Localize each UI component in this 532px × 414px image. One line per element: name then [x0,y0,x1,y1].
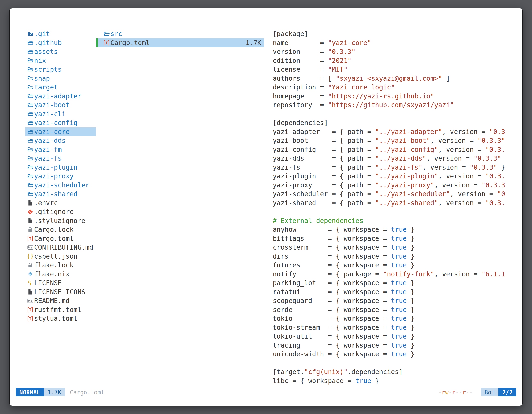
toml-icon [26,316,34,322]
entry-label: target [34,83,58,92]
preview-line: unicode-width = { workspace = true } [273,350,516,359]
folder-icon [26,84,34,90]
preview-line: futures = { workspace = true } [273,261,516,270]
file-entry-flake.nix[interactable]: ❄flake.nix [25,270,96,279]
dir-entry-src[interactable]: src [96,29,264,39]
entry-label: yazi-scheduler [34,181,89,190]
scroll-position-badge: Bot [481,388,499,396]
file-entry-stylua.toml[interactable]: stylua.toml [25,314,96,323]
gitfolder-icon [26,31,34,37]
file-entry-README.md[interactable]: README.md [25,296,96,305]
preview-line: authors = [ "sxyazi <sxyazi@gmail.com>" … [273,74,516,83]
entry-label: Cargo.lock [34,225,74,234]
folder-icon [26,75,34,81]
preview-line [273,359,516,368]
dir-entry-yazi-dds[interactable]: yazi-dds [25,136,96,145]
folder-icon [26,49,34,55]
file-entry-flake.lock[interactable]: flake.lock [25,261,96,270]
preview-line: yazi-scheduler = { path = "../yazi-sched… [273,190,516,199]
file-entry-Cargo.toml[interactable]: Cargo.toml1.7K [96,39,264,48]
file-entry-LICENSE[interactable]: LICENSE [25,279,96,288]
file-entry-cspell.json[interactable]: {}cspell.json [25,252,96,261]
dir-entry-scripts[interactable]: scripts [25,65,96,74]
dir-entry-assets[interactable]: assets [25,47,96,56]
preview-line: tokio-util = { workspace = true } [273,332,516,341]
terminal-window: .git.githubassetsnixscriptssnaptargetyaz… [9,8,523,406]
entry-size: 1.7K [246,39,264,48]
dir-entry-nix[interactable]: nix [25,56,96,65]
preview-line: yazi-proxy = { path = "../yazi-proxy", v… [273,181,516,190]
md-icon [26,298,34,304]
dir-entry-yazi-proxy[interactable]: yazi-proxy [25,172,96,181]
entry-label: yazi-shared [34,190,77,199]
dir-entry-yazi-fm[interactable]: yazi-fm [25,145,96,154]
preview-line: serde = { workspace = true } [273,305,516,314]
cursor-page-badge: 2/2 [498,388,516,396]
file-entry-Cargo.toml[interactable]: Cargo.toml [25,234,96,243]
file-entry-.envrc[interactable]: .envrc [25,199,96,208]
mode-indicator: NORMAL [16,388,44,396]
file-entry-rustfmt.toml[interactable]: rustfmt.toml [25,305,96,314]
toml-icon [26,235,34,241]
preview-line: libc = { workspace = true } [273,376,516,385]
preview-line: yazi-adapter = { path = "../yazi-adapter… [273,127,516,136]
entry-label: Cargo.toml [110,39,150,48]
folder-icon [103,31,110,37]
entry-label: flake.lock [34,261,74,270]
preview-line: [package] [273,29,516,39]
dir-entry-yazi-core[interactable]: yazi-core [25,127,96,136]
preview-line: scopeguard = { workspace = true } [273,296,516,305]
dir-entry-yazi-shared[interactable]: yazi-shared [25,190,96,199]
folder-icon [26,146,34,153]
toml-icon [26,307,34,313]
entry-label: .envrc [34,199,58,208]
dir-entry-yazi-fs[interactable]: yazi-fs [25,154,96,163]
preview-line: yazi-fs = { path = "../yazi-fs", version… [273,163,516,172]
dir-entry-yazi-boot[interactable]: yazi-boot [25,101,96,110]
entry-label: LICENSE-ICONS [34,288,85,297]
entry-label: LICENSE [34,279,62,288]
status-filename: Cargo.toml [70,388,104,396]
preview-line: crossterm = { workspace = true } [273,243,516,252]
dir-entry-snap[interactable]: snap [25,74,96,83]
dir-entry-.git[interactable]: .git [25,29,96,39]
statusbar-spacer [104,388,438,396]
entry-label: src [110,29,122,39]
folder-icon [26,191,34,197]
dir-entry-yazi-adapter[interactable]: yazi-adapter [25,92,96,101]
file-entry-.styluaignore[interactable]: .styluaignore [25,216,96,225]
entry-label: scripts [34,65,62,74]
dir-entry-target[interactable]: target [25,83,96,92]
dir-entry-yazi-scheduler[interactable]: yazi-scheduler [25,181,96,190]
file-entry-Cargo.lock[interactable]: Cargo.lock [25,225,96,234]
file-entry-CONTRIBUTING.md[interactable]: CONTRIBUTING.md [25,243,96,252]
file-size-badge: 1.7K [44,388,65,396]
folder-icon [26,93,34,99]
entry-label: yazi-fs [34,154,62,163]
dir-entry-yazi-config[interactable]: yazi-config [25,118,96,127]
entry-label: README.md [34,296,69,305]
preview-line: # External dependencies [273,216,516,225]
preview-line: anyhow = { workspace = true } [273,225,516,234]
entry-label: .git [34,29,50,39]
folder-icon [26,173,34,179]
preview-line: license = "MIT" [273,65,516,74]
entry-label: cspell.json [34,252,77,261]
lock-icon [26,227,34,233]
dir-entry-.github[interactable]: .github [25,39,96,48]
dir-entry-yazi-cli[interactable]: yazi-cli [25,110,96,119]
entry-label: nix [34,56,46,65]
file-entry-.gitignore[interactable]: .gitignore [25,207,96,216]
folder-icon [26,40,34,46]
preview-line: name = "yazi-core" [273,39,516,48]
folder-icon [26,58,34,64]
parent-pane: .git.githubassetsnixscriptssnaptargetyaz… [25,29,96,323]
preview-line: yazi-dds = { path = "../yazi-dds", versi… [273,154,516,163]
file-entry-LICENSE-ICONS[interactable]: LICENSE-ICONS [25,288,96,297]
preview-line: dirs = { workspace = true } [273,252,516,261]
entry-label: Cargo.toml [34,234,74,243]
dir-entry-yazi-plugin[interactable]: yazi-plugin [25,163,96,172]
entry-label: yazi-adapter [34,92,81,101]
key-icon [26,280,34,286]
folder-icon [26,164,34,170]
